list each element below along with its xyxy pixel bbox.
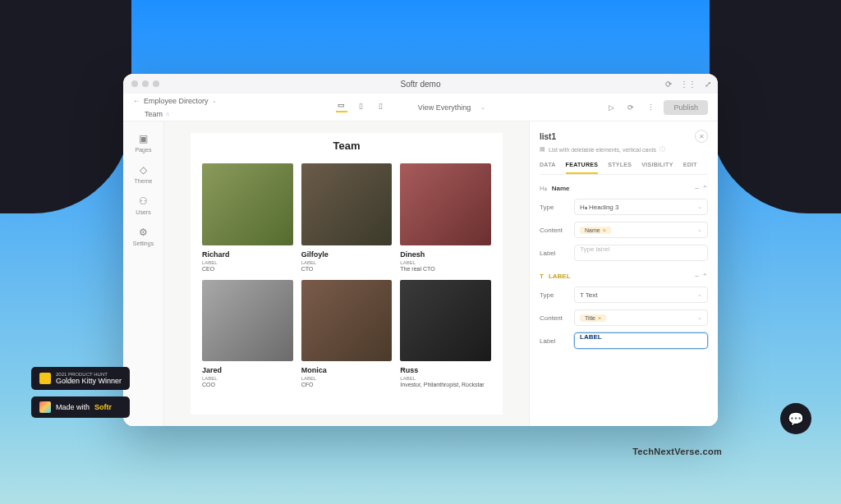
translate-icon[interactable]: ⋮⋮ bbox=[680, 80, 696, 89]
label-input[interactable]: Type label bbox=[574, 245, 708, 261]
team-card[interactable]: Dinesh LABEL The real CTO bbox=[400, 163, 491, 272]
avatar bbox=[400, 163, 491, 245]
list-icon: ▤ bbox=[540, 146, 545, 153]
heading-type-icon: H₃ bbox=[540, 185, 547, 192]
mobile-icon[interactable]: ▯ bbox=[375, 101, 387, 112]
section-name: H₃ Name − ⌃ Type H₃ Heading 3 ⌄ Content bbox=[540, 185, 708, 261]
window-title: Softr demo bbox=[401, 80, 441, 89]
preview-icon[interactable]: ▷ bbox=[604, 101, 618, 114]
avatar bbox=[301, 163, 393, 245]
type-select[interactable]: H₃ Heading 3 ⌄ bbox=[574, 199, 708, 215]
sidebar-item-theme[interactable]: ◇ Theme bbox=[123, 159, 163, 189]
golden-kitty-badge[interactable]: 2021 PRODUCT HUNT Golden Kitty Winner bbox=[31, 367, 130, 390]
tab-styles[interactable]: STYLES bbox=[608, 162, 632, 174]
info-icon[interactable]: ⓘ bbox=[659, 145, 665, 153]
chevron-down-icon: ⌄ bbox=[697, 227, 702, 233]
sidebar-item-users[interactable]: ⚇ Users bbox=[123, 190, 163, 220]
traffic-close[interactable] bbox=[131, 80, 138, 87]
badges: 2021 PRODUCT HUNT Golden Kitty Winner Ma… bbox=[31, 367, 130, 418]
row-label-type: Type bbox=[540, 204, 568, 211]
section-head-name: Name bbox=[552, 185, 570, 192]
sidebar-item-label: Pages bbox=[136, 147, 152, 153]
avatar bbox=[202, 280, 293, 362]
card-name: Monica bbox=[301, 366, 393, 374]
chevron-up-icon[interactable]: ⌃ bbox=[702, 185, 708, 192]
panel-subtitle: ▤ List with deletable elements, vertical… bbox=[540, 145, 708, 153]
tab-visibility[interactable]: VISIBILITY bbox=[641, 162, 673, 174]
tab-data[interactable]: DATA bbox=[540, 162, 556, 174]
chip-remove-icon[interactable]: × bbox=[598, 315, 601, 321]
card-name: Jared bbox=[202, 366, 293, 374]
chip-remove-icon[interactable]: × bbox=[603, 227, 606, 233]
team-card[interactable]: Richard LABEL CEO bbox=[202, 163, 293, 272]
users-icon: ⚇ bbox=[139, 195, 148, 207]
reload-icon[interactable]: ⟳ bbox=[665, 80, 672, 89]
team-card[interactable]: Russ LABEL Investor, Philanthropist, Roc… bbox=[400, 280, 491, 388]
more-icon[interactable]: ⋮ bbox=[644, 101, 657, 114]
team-card[interactable]: Monica LABEL CFO bbox=[301, 280, 393, 388]
breadcrumb-page[interactable]: Team bbox=[145, 110, 163, 118]
section-minus-icon[interactable]: − bbox=[695, 273, 699, 280]
panel-tabs: DATA FEATURES STYLES VISIBILITY EDIT bbox=[540, 162, 708, 175]
card-role: CEO bbox=[202, 266, 293, 272]
view-dropdown-label: View Everything bbox=[418, 103, 471, 112]
card-role: COO bbox=[202, 382, 293, 387]
refresh-icon[interactable]: ⟳ bbox=[624, 101, 637, 114]
tablet-icon[interactable]: ▯ bbox=[356, 101, 367, 112]
row-label-type: Type bbox=[540, 291, 568, 299]
chat-fab[interactable]: 💬 bbox=[780, 403, 811, 434]
card-label: LABEL bbox=[301, 376, 393, 381]
traffic-min[interactable] bbox=[142, 80, 149, 87]
title-actions: ⟳ ⋮⋮ ⤢ bbox=[665, 80, 711, 89]
canvas[interactable]: Team Richard LABEL CEO Gilfoyle LABEL CT… bbox=[164, 121, 529, 426]
bg-dark-left bbox=[0, 0, 131, 213]
text-type-icon: T bbox=[540, 273, 544, 280]
top-bar: ← Employee Directory ⌄ Team ⌂ ▭ ▯ ▯ View… bbox=[123, 94, 718, 121]
trophy-icon bbox=[39, 373, 51, 384]
sidebar-item-settings[interactable]: ⚙ Settings bbox=[123, 222, 163, 251]
right-panel: list1 ✕ ▤ List with deletable elements, … bbox=[529, 121, 718, 426]
label-input-focused[interactable]: LABEL bbox=[574, 332, 708, 349]
traffic-max[interactable] bbox=[153, 80, 159, 87]
avatar bbox=[202, 163, 293, 245]
row-label-content: Content bbox=[540, 314, 568, 322]
expand-icon[interactable]: ⤢ bbox=[705, 80, 711, 89]
bg-dark-right bbox=[710, 0, 841, 213]
made-with-softr-badge[interactable]: Made with Softr bbox=[31, 396, 130, 418]
content-select[interactable]: Title × ⌄ bbox=[574, 309, 708, 326]
tab-edit[interactable]: EDIT bbox=[683, 162, 697, 174]
softr-logo-icon bbox=[39, 401, 51, 413]
content-select[interactable]: Name × ⌄ bbox=[574, 222, 708, 238]
tab-features[interactable]: FEATURES bbox=[566, 162, 599, 174]
type-select-value: T Text bbox=[580, 291, 598, 299]
row-label-content: Content bbox=[540, 227, 568, 234]
type-select-value: H₃ Heading 3 bbox=[580, 204, 618, 211]
back-arrow-icon[interactable]: ← bbox=[133, 97, 140, 105]
content-chip: Title × bbox=[580, 314, 606, 322]
pages-icon: ▣ bbox=[139, 133, 148, 144]
chevron-down-icon[interactable]: ⌄ bbox=[212, 98, 217, 104]
section-head-label: LABEL bbox=[549, 273, 571, 280]
team-card[interactable]: Jared LABEL COO bbox=[202, 280, 293, 388]
type-select[interactable]: T Text ⌄ bbox=[574, 286, 708, 303]
section-minus-icon[interactable]: − bbox=[695, 185, 699, 192]
sidebar-item-pages[interactable]: ▣ Pages bbox=[123, 128, 163, 158]
badge-main-text: Golden Kitty Winner bbox=[56, 377, 122, 385]
team-card[interactable]: Gilfoyle LABEL CTO bbox=[301, 163, 393, 272]
chevron-up-icon[interactable]: ⌃ bbox=[702, 273, 708, 280]
made-with-text: Made with bbox=[56, 403, 90, 411]
title-bar: Softr demo ⟳ ⋮⋮ ⤢ bbox=[123, 74, 718, 94]
content-chip: Name × bbox=[580, 227, 611, 234]
gear-icon: ⚙ bbox=[139, 227, 148, 238]
section-label: T LABEL − ⌃ Type T Text ⌄ Content bbox=[540, 273, 708, 349]
breadcrumb-app[interactable]: Employee Directory bbox=[144, 97, 209, 105]
content-chip-text: Name bbox=[585, 227, 600, 233]
publish-button[interactable]: Publish bbox=[664, 100, 708, 115]
chevron-down-icon: ⌄ bbox=[697, 314, 702, 321]
team-grid: Richard LABEL CEO Gilfoyle LABEL CTO Din… bbox=[202, 163, 491, 387]
row-label-label: Label bbox=[540, 250, 568, 257]
card-role: The real CTO bbox=[400, 266, 491, 272]
desktop-icon[interactable]: ▭ bbox=[336, 101, 347, 112]
close-icon[interactable]: ✕ bbox=[695, 130, 708, 143]
view-dropdown[interactable]: View Everything ⌄ bbox=[418, 103, 485, 112]
